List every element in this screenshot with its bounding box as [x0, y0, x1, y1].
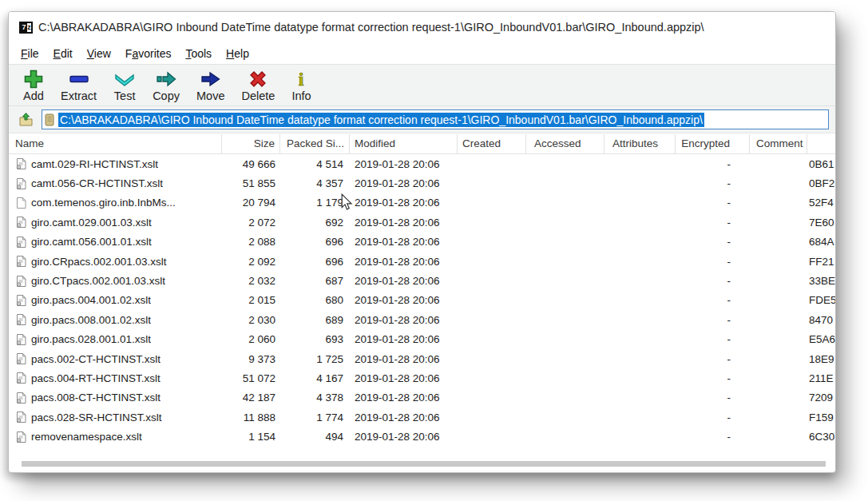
address-path-input[interactable]: C:\ABRAKADABRA\GIRO Inbound DateTime dat… [42, 109, 829, 129]
cell-packed: 680 [280, 294, 350, 306]
column-header-encrypted[interactable]: Encrypted [676, 134, 750, 154]
cell-name: giro.CRpacs.002.001.03.xslt [15, 255, 222, 268]
test-chevron-icon [113, 69, 136, 89]
plain-file-icon [15, 197, 27, 209]
table-row[interactable]: giro.camt.056.001.01.xslt2 0886962019-01… [9, 233, 835, 252]
file-name: com.temenos.giro.inb.InbMs... [31, 197, 176, 209]
move-arrow-icon [200, 69, 222, 89]
table-row[interactable]: giro.pacs.004.001.02.xslt2 0156802019-01… [9, 291, 835, 310]
column-header-modified[interactable]: Modified [350, 134, 458, 154]
menu-edit[interactable]: Edit [46, 45, 80, 62]
column-header-created[interactable]: Created [458, 134, 526, 154]
cell-crc: 7E60 [807, 217, 835, 229]
column-header-row: Name Size Packed Si... Modified Created … [9, 134, 835, 154]
menu-bar: File Edit View Favorites Tools Help [9, 42, 835, 64]
cell-size: 2 072 [222, 217, 280, 229]
cell-name: giro.pacs.004.001.02.xslt [15, 294, 222, 307]
xslt-file-icon [15, 313, 27, 326]
table-row[interactable]: removenamespace.xslt1 1544942019-01-28 2… [9, 427, 835, 446]
table-row[interactable]: giro.camt.029.001.03.xslt2 0726922019-01… [9, 213, 835, 232]
cell-crc: 211E [807, 372, 835, 384]
table-row[interactable]: pacs.008-CT-HCTINST.xslt42 1874 3782019-… [9, 388, 835, 408]
file-name: removenamespace.xslt [31, 431, 142, 443]
cell-modified: 2019-01-28 20:06 [350, 372, 458, 384]
cell-size: 2 060 [222, 333, 280, 345]
cell-modified: 2019-01-28 20:06 [350, 177, 458, 189]
add-button[interactable]: Add [18, 68, 49, 103]
test-button[interactable]: Test [109, 68, 141, 103]
column-header-crc[interactable] [807, 134, 835, 154]
file-name: pacs.008-CT-HCTINST.xslt [31, 392, 161, 404]
xslt-file-icon [15, 431, 27, 443]
table-row[interactable]: giro.pacs.028.001.01.xslt2 0606932019-01… [9, 330, 835, 349]
up-one-level-button[interactable] [17, 111, 34, 129]
table-row[interactable]: giro.pacs.008.001.02.xslt2 0306892019-01… [9, 310, 835, 329]
cell-crc: F159 [807, 412, 835, 423]
cell-packed: 4 514 [280, 158, 350, 170]
cell-modified: 2019-01-28 20:06 [350, 392, 458, 404]
xslt-file-icon [15, 255, 27, 268]
cell-modified: 2019-01-28 20:06 [350, 412, 458, 423]
delete-x-icon [248, 69, 268, 89]
cell-modified: 2019-01-28 20:06 [350, 256, 458, 268]
cell-size: 11 888 [222, 412, 280, 423]
menu-help[interactable]: Help [219, 45, 256, 62]
folder-up-icon [18, 112, 34, 127]
cell-crc: 7209 [807, 392, 835, 404]
file-name: giro.pacs.008.001.02.xslt [31, 314, 151, 326]
window-bottom-edge [22, 461, 826, 467]
cell-size: 2 088 [222, 236, 280, 248]
table-row[interactable]: pacs.004-RT-HCTINST.xslt51 0724 1672019-… [9, 368, 835, 388]
cell-encrypted: - [676, 392, 750, 404]
cell-modified: 2019-01-28 20:06 [350, 353, 458, 365]
cell-name: giro.pacs.008.001.02.xslt [15, 313, 222, 326]
column-header-size[interactable]: Size [222, 134, 280, 154]
copy-arrow-icon [155, 69, 177, 89]
cell-packed: 1 725 [280, 353, 350, 365]
cell-modified: 2019-01-28 20:06 [350, 275, 458, 287]
menu-file[interactable]: File [14, 45, 46, 62]
cell-name: pacs.004-RT-HCTINST.xslt [15, 372, 222, 384]
xslt-file-icon [15, 411, 27, 423]
svg-text:i: i [299, 69, 304, 89]
column-header-attributes[interactable]: Attributes [604, 134, 676, 154]
cell-modified: 2019-01-28 20:06 [350, 294, 458, 306]
cell-encrypted: - [676, 217, 750, 229]
file-name: giro.CTpacs.002.001.03.xslt [31, 275, 165, 287]
address-path-selected-text: C:\ABRAKADABRA\GIRO Inbound DateTime dat… [58, 113, 704, 127]
copy-button[interactable]: Copy [148, 68, 184, 103]
column-header-packed[interactable]: Packed Si... [280, 134, 350, 154]
column-header-comment[interactable]: Comment [750, 134, 807, 154]
extract-button[interactable]: Extract [56, 68, 101, 103]
table-row[interactable]: camt.056-CR-HCTINST.xslt51 8554 3572019-… [9, 173, 835, 193]
file-rows: camt.029-RI-HCTINST.xslt49 6664 5142019-… [9, 154, 835, 447]
info-button[interactable]: i Info [287, 68, 315, 103]
window-title: C:\ABRAKADABRA\GIRO Inbound DateTime dat… [38, 21, 704, 34]
table-row[interactable]: pacs.002-CT-HCTINST.xslt9 3731 7252019-0… [9, 349, 835, 368]
add-plus-icon [23, 69, 44, 89]
cell-packed: 689 [280, 314, 350, 326]
table-row[interactable]: giro.CTpacs.002.001.03.xslt2 0326872019-… [9, 271, 835, 290]
column-header-name[interactable]: Name [15, 134, 222, 154]
table-row[interactable]: pacs.028-SR-HCTINST.xslt11 8881 7742019-… [9, 408, 835, 427]
table-row[interactable]: camt.029-RI-HCTINST.xslt49 6664 5142019-… [9, 154, 835, 173]
cell-size: 2 015 [222, 294, 280, 306]
cell-encrypted: - [676, 353, 750, 365]
table-row[interactable]: giro.CRpacs.002.001.03.xslt2 0926962019-… [9, 252, 835, 271]
cell-modified: 2019-01-28 20:06 [350, 158, 458, 170]
delete-button[interactable]: Delete [236, 68, 279, 103]
table-row[interactable]: com.temenos.giro.inb.InbMs...20 7941 179… [9, 193, 835, 213]
app-7z-icon: 7 z [19, 22, 33, 34]
menu-tools[interactable]: Tools [178, 45, 219, 62]
column-header-accessed[interactable]: Accessed [526, 134, 604, 154]
menu-favorites[interactable]: Favorites [118, 45, 179, 62]
move-button[interactable]: Move [192, 68, 229, 103]
file-name: pacs.028-SR-HCTINST.xslt [31, 412, 162, 423]
toolbar: Add Extract Test Copy Move [9, 64, 835, 106]
menu-view[interactable]: View [80, 45, 118, 62]
file-name: pacs.004-RT-HCTINST.xslt [31, 372, 161, 384]
cell-encrypted: - [676, 177, 750, 189]
cell-size: 9 373 [222, 353, 280, 365]
archive-folder-icon [45, 113, 54, 126]
xslt-file-icon [15, 392, 27, 404]
